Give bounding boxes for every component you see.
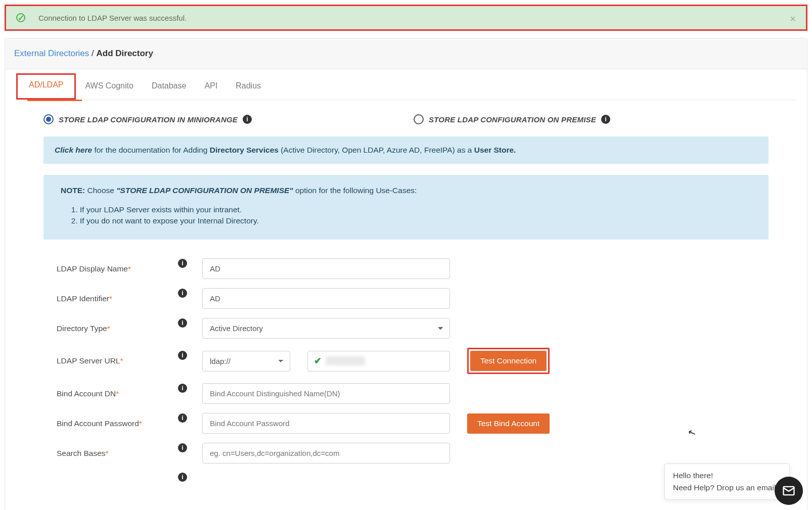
- note-emph: "STORE LDAP CONFIGURATION ON PREMISE": [116, 186, 293, 195]
- chat-line1: Hello there!: [673, 471, 781, 480]
- label-bind-pw: Bind Account Password: [57, 419, 139, 428]
- note-item-2: If you do not want to expose your Intern…: [80, 215, 751, 226]
- info-icon[interactable]: i: [601, 115, 610, 124]
- chat-tooltip: Hello there! Need Help? Drop us an email…: [664, 463, 790, 500]
- tab-database[interactable]: Database: [143, 74, 196, 100]
- radio-onpremise-label: STORE LDAP CONFIGURATION ON PREMISE: [429, 115, 596, 124]
- tab-aws-cognito[interactable]: AWS Cognito: [76, 74, 142, 100]
- check-circle-icon: ✓: [16, 13, 25, 22]
- row-identifier: LDAP Identifier* i: [43, 284, 769, 313]
- radio-filled-icon: [43, 114, 54, 124]
- config-location-radios: STORE LDAP CONFIGURATION IN MINIORANGE i…: [43, 109, 769, 136]
- info-icon[interactable]: i: [178, 351, 187, 360]
- label-search-bases: Search Bases: [57, 449, 106, 457]
- radio-miniorange[interactable]: STORE LDAP CONFIGURATION IN MINIORANGE i: [43, 114, 252, 124]
- tab-radius[interactable]: Radius: [227, 74, 270, 100]
- test-connection-button[interactable]: Test Connection: [470, 351, 547, 371]
- radio-miniorange-label: STORE LDAP CONFIGURATION IN MINIORANGE: [59, 115, 238, 124]
- info-icon[interactable]: i: [178, 413, 187, 423]
- chat-launcher-button[interactable]: [775, 477, 803, 505]
- input-display-name[interactable]: [202, 258, 450, 279]
- redacted-server-value: xx: [326, 356, 365, 365]
- required-star: *: [139, 419, 142, 428]
- row-directory-type: Directory Type* i Active Directory: [43, 313, 769, 343]
- info-icon[interactable]: i: [178, 473, 187, 482]
- checkmark-icon: ✔: [314, 355, 322, 366]
- row-display-name: LDAP Display Name* i: [43, 254, 769, 284]
- test-connection-highlight: Test Connection: [467, 348, 550, 374]
- note-choose: Choose: [85, 186, 116, 195]
- input-server-url[interactable]: ✔ xx: [307, 351, 450, 372]
- breadcrumb: External Directories / Add Directory: [5, 38, 807, 69]
- label-identifier: LDAP Identifier: [57, 294, 109, 303]
- tabs: AD/LDAP AWS Cognito Database API Radius: [16, 74, 796, 100]
- info-icon[interactable]: i: [243, 115, 252, 124]
- required-star: *: [107, 324, 110, 333]
- label-bind-dn: Bind Account DN: [57, 389, 116, 398]
- breadcrumb-parent-link[interactable]: External Directories: [14, 49, 89, 58]
- note-item-1: If your LDAP Server exists within your i…: [80, 204, 751, 215]
- close-icon[interactable]: ×: [790, 13, 796, 25]
- label-display-name: LDAP Display Name: [57, 264, 128, 273]
- label-server-url: LDAP Server URL: [57, 356, 120, 365]
- mail-icon: [782, 484, 796, 498]
- info-icon[interactable]: i: [178, 318, 187, 328]
- breadcrumb-current: Add Directory: [97, 49, 153, 58]
- chat-line2: Need Help? Drop us an email !: [673, 483, 781, 492]
- info-icon[interactable]: i: [178, 289, 187, 298]
- breadcrumb-separator: /: [89, 49, 96, 58]
- label-directory-type: Directory Type: [57, 324, 107, 333]
- row-bind-pw: Bind Account Password* i Test Bind Accou…: [43, 408, 769, 438]
- required-star: *: [106, 449, 109, 457]
- note-label: NOTE:: [61, 186, 85, 195]
- row-search-bases: Search Bases* i: [43, 438, 769, 468]
- info-icon[interactable]: i: [178, 384, 187, 393]
- test-bind-account-button[interactable]: Test Bind Account: [467, 413, 550, 434]
- input-bind-pw[interactable]: [202, 413, 450, 434]
- main-panel: External Directories / Add Directory AD/…: [5, 38, 807, 510]
- radio-empty-icon: [414, 114, 424, 124]
- tab-ad-ldap[interactable]: AD/LDAP: [16, 73, 76, 100]
- doc-info-box: Click here for the documentation for Add…: [43, 136, 769, 164]
- active-tab-indicator: [27, 100, 82, 101]
- select-protocol[interactable]: ldap://: [202, 351, 290, 372]
- info-icon[interactable]: i: [178, 443, 187, 452]
- radio-onpremise[interactable]: STORE LDAP CONFIGURATION ON PREMISE i: [414, 114, 610, 124]
- success-banner: ✓ Connection to LDAP Server was successf…: [5, 5, 807, 31]
- info-icon[interactable]: i: [178, 259, 187, 268]
- input-identifier[interactable]: [202, 288, 450, 309]
- row-server-url: LDAP Server URL* i ldap:// ✔ xx Test Con…: [43, 343, 769, 379]
- required-star: *: [109, 294, 112, 303]
- row-next-partial: i: [43, 468, 769, 497]
- info-user-store: User Store.: [474, 146, 516, 154]
- click-here-link[interactable]: Click here: [55, 146, 92, 154]
- info-text-2: (Active Directory, Open LDAP, Azure AD, …: [279, 146, 474, 154]
- info-dir-services: Directory Services: [210, 146, 279, 154]
- input-search-bases[interactable]: [202, 443, 450, 463]
- note-tail: option for the following Use-Cases:: [293, 186, 417, 195]
- note-list: If your LDAP Server exists within your i…: [80, 204, 751, 226]
- input-bind-dn[interactable]: [202, 383, 450, 404]
- note-box: NOTE: Choose "STORE LDAP CONFIGURATION O…: [43, 175, 769, 240]
- required-star: *: [120, 356, 123, 365]
- select-directory-type[interactable]: Active Directory: [202, 318, 450, 339]
- row-bind-dn: Bind Account DN* i: [43, 379, 769, 408]
- info-text-1: for the documentation for Adding: [92, 146, 210, 154]
- tabs-container: AD/LDAP AWS Cognito Database API Radius …: [5, 69, 807, 510]
- required-star: *: [116, 389, 119, 398]
- banner-message: Connection to LDAP Server was successful…: [38, 14, 187, 22]
- required-star: *: [128, 264, 131, 273]
- tab-api[interactable]: API: [195, 74, 227, 100]
- tab-content: STORE LDAP CONFIGURATION IN MINIORANGE i…: [16, 100, 796, 510]
